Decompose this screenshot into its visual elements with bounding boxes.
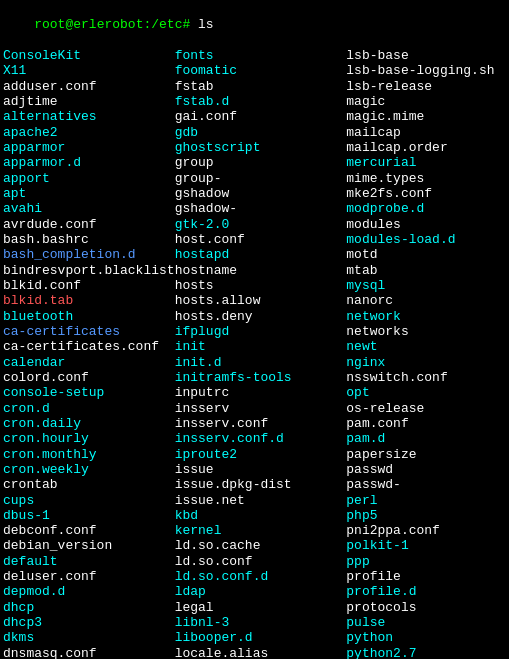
table-row: dbus-1 kbd php5 sysctl.d	[3, 508, 506, 523]
list-item: gshadow-	[175, 201, 347, 216]
list-item: hosts.allow	[175, 293, 347, 308]
table-row: dhcp3 libnl-3 pulse update-motd.d	[3, 615, 506, 630]
table-row: ca-certificates.conf init newt shadow	[3, 339, 506, 354]
list-item: colord.conf	[3, 370, 175, 385]
list-item: modprobe.d	[346, 201, 509, 216]
table-row: apparmor ghostscript mailcap.order rmt	[3, 140, 506, 155]
list-item: polkit-1	[346, 538, 509, 553]
list-item: ConsoleKit	[3, 48, 175, 63]
table-row: apt gshadow mke2fs.conf rsyslog.conf	[3, 186, 506, 201]
list-item: networks	[346, 324, 509, 339]
table-row: ca-certificates ifplugd networks sgml	[3, 324, 506, 339]
list-item: iproute2	[175, 447, 347, 462]
list-item: hostapd	[175, 247, 347, 262]
list-item: inputrc	[175, 385, 347, 400]
table-row: apparmor.d group mercurial ros	[3, 155, 506, 170]
list-item: cron.hourly	[3, 431, 175, 446]
table-row: alternatives gai.conf magic.mime resolv.…	[3, 109, 506, 124]
table-row: dhcp legal protocols ufv	[3, 600, 506, 615]
list-item: init	[175, 339, 347, 354]
command-text: ls	[190, 17, 213, 32]
list-item: passwd-	[346, 477, 509, 492]
table-row: apport group- mime.types rpc	[3, 171, 506, 186]
list-item: default	[3, 554, 175, 569]
list-item: adduser.conf	[3, 79, 175, 94]
table-row: avahi gshadow- modprobe.d rsyslog.d	[3, 201, 506, 216]
list-item: debconf.conf	[3, 523, 175, 538]
list-item: issue.dpkg-dist	[175, 477, 347, 492]
list-item: modules	[346, 217, 509, 232]
list-item: network	[346, 309, 509, 324]
list-item: ca-certificates.conf	[3, 339, 175, 354]
list-item: ld.so.conf.d	[175, 569, 347, 584]
list-item: gai.conf	[175, 109, 347, 124]
list-item: console-setup	[3, 385, 175, 400]
list-item: php5	[346, 508, 509, 523]
table-row: ConsoleKit fonts lsb-base rc4.d	[3, 48, 506, 63]
list-item: libnl-3	[175, 615, 347, 630]
list-item: blkid.tab	[3, 293, 175, 308]
list-item: magic.mime	[346, 109, 509, 124]
list-item: gtk-2.0	[175, 217, 347, 232]
list-item: ldap	[175, 584, 347, 599]
list-item: X11	[3, 63, 175, 78]
list-item: avahi	[3, 201, 175, 216]
list-item: ca-certificates	[3, 324, 175, 339]
table-row: debian_version ld.so.cache polkit-1 term…	[3, 538, 506, 553]
table-row: depmod.d ldap profile.d udev	[3, 584, 506, 599]
list-item: cron.weekly	[3, 462, 175, 477]
list-item: dhcp	[3, 600, 175, 615]
list-item: opt	[346, 385, 509, 400]
list-item: foomatic	[175, 63, 347, 78]
list-item: mysql	[346, 278, 509, 293]
list-item: pam.d	[346, 431, 509, 446]
list-item: host.conf	[175, 232, 347, 247]
list-item: mercurial	[346, 155, 509, 170]
table-row: crontab issue.dpkg-dist passwd- sudoers.…	[3, 477, 506, 492]
table-row: cron.d insserv os-release snmp	[3, 401, 506, 416]
list-item: blkid.conf	[3, 278, 175, 293]
list-item: protocols	[346, 600, 509, 615]
list-item: hosts.deny	[175, 309, 347, 324]
list-item: bluetooth	[3, 309, 175, 324]
list-item: init.d	[175, 355, 347, 370]
list-item: apache2	[3, 125, 175, 140]
list-item: mailcap.order	[346, 140, 509, 155]
list-item: fstab.d	[175, 94, 347, 109]
table-row: cups issue.net perl sysctl.conf	[3, 493, 506, 508]
table-row: blkid.tab hosts.allow nanorc sensors3.co…	[3, 293, 506, 308]
table-row: cron.hourly insserv.conf.d pam.d ssl	[3, 431, 506, 446]
list-item: fonts	[175, 48, 347, 63]
list-item: nanorc	[346, 293, 509, 308]
list-item: bindresvport.blacklist	[3, 263, 175, 278]
list-item: fstab	[175, 79, 347, 94]
list-item: magic	[346, 94, 509, 109]
table-row: X11 foomatic lsb-base-logging.sh rc5.d	[3, 63, 506, 78]
list-item: adjtime	[3, 94, 175, 109]
list-item: bash.bashrc	[3, 232, 175, 247]
prompt-top: root@erlerobot:/etc# ls	[3, 2, 506, 48]
list-item: python2.7	[346, 646, 509, 659]
list-item: cron.monthly	[3, 447, 175, 462]
list-item: pam.conf	[346, 416, 509, 431]
list-item: ifplugd	[175, 324, 347, 339]
list-item: deluser.conf	[3, 569, 175, 584]
list-item: lsb-base-logging.sh	[346, 63, 509, 78]
table-row: debconf.conf kernel pni2ppa.conf systemd	[3, 523, 506, 538]
list-item: dhcp3	[3, 615, 175, 630]
file-listing: ConsoleKit fonts lsb-base rc4.d X11 foom…	[3, 48, 506, 659]
list-item: papersize	[346, 447, 509, 462]
table-row: apache2 gdb mailcap resolvconf	[3, 125, 506, 140]
list-item: nginx	[346, 355, 509, 370]
list-item: mke2fs.conf	[346, 186, 509, 201]
list-item: perl	[346, 493, 509, 508]
list-item: gdb	[175, 125, 347, 140]
list-item: nsswitch.conf	[346, 370, 509, 385]
list-item: hostname	[175, 263, 347, 278]
list-item: debian_version	[3, 538, 175, 553]
list-item: pni2ppa.conf	[346, 523, 509, 538]
list-item: dnsmasq.conf	[3, 646, 175, 659]
list-item: lsb-base	[346, 48, 509, 63]
table-row: deluser.conf ld.so.conf.d profile ucf.co…	[3, 569, 506, 584]
list-item: dbus-1	[3, 508, 175, 523]
